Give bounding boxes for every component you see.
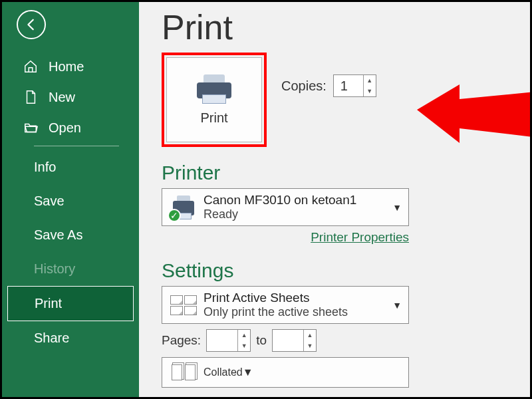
sidebar-item-share[interactable]: Share (2, 321, 139, 355)
print-what-line2: Only print the active sheets (203, 305, 388, 319)
sidebar-item-info[interactable]: Info (2, 150, 139, 184)
spinner-down-icon[interactable]: ▼ (364, 86, 376, 96)
backstage-sidebar: Home New Open Info Save Save As History … (2, 2, 139, 397)
check-icon: ✓ (168, 209, 181, 222)
copies-value[interactable]: 1 (334, 78, 363, 94)
sidebar-item-print[interactable]: Print (7, 286, 134, 321)
file-icon (22, 90, 39, 104)
sidebar-item-label: Save As (34, 227, 82, 242)
svg-marker-0 (417, 84, 532, 143)
printer-heading: Printer (162, 162, 514, 184)
spinner-down-icon[interactable]: ▼ (304, 340, 316, 351)
pages-from-spinner[interactable]: ▲▼ (206, 329, 251, 352)
sidebar-item-label: Open (49, 120, 81, 135)
print-button[interactable]: Print (166, 57, 262, 142)
sidebar-item-save[interactable]: Save (2, 184, 139, 218)
chevron-down-icon: ▼ (243, 366, 253, 378)
sidebar-item-label: Home (49, 59, 84, 74)
print-button-highlight: Print (162, 53, 267, 147)
sidebar-item-home[interactable]: Home (2, 51, 139, 82)
sheets-icon (169, 292, 198, 319)
printer-dropdown[interactable]: ✓ Canon MF3010 on ketoan1 Ready ▼ (162, 188, 409, 226)
sidebar-item-saveas[interactable]: Save As (2, 218, 139, 252)
sidebar-item-label: New (49, 90, 75, 104)
pages-to-spinner[interactable]: ▲▼ (272, 329, 317, 352)
copies-spinner[interactable]: 1 ▲ ▼ (333, 74, 376, 97)
spinner-up-icon[interactable]: ▲ (238, 330, 250, 340)
chevron-down-icon: ▼ (392, 202, 402, 213)
arrow-left-icon (24, 17, 39, 32)
home-icon (22, 59, 39, 74)
collated-icon (169, 359, 198, 386)
settings-heading: Settings (162, 259, 514, 282)
printer-status: Ready (203, 207, 388, 221)
printer-name: Canon MF3010 on ketoan1 (203, 193, 388, 207)
sidebar-item-new[interactable]: New (2, 82, 139, 112)
collation-dropdown[interactable]: Collated ▼ (162, 357, 409, 388)
print-button-label: Print (200, 110, 227, 126)
print-what-line1: Print Active Sheets (203, 291, 388, 305)
sidebar-item-label: Print (35, 296, 62, 311)
back-button[interactable] (17, 10, 46, 39)
sidebar-item-history: History (2, 252, 139, 286)
copies-label: Copies: (281, 78, 327, 94)
printer-properties-link[interactable]: Printer Properties (162, 230, 409, 245)
sidebar-item-label: Info (34, 160, 56, 174)
sidebar-item-label: Share (34, 331, 69, 345)
pages-to-label: to (256, 333, 267, 348)
sidebar-item-open[interactable]: Open (2, 112, 139, 143)
spinner-down-icon[interactable]: ▼ (238, 340, 250, 351)
folder-open-icon (22, 120, 39, 135)
sidebar-item-label: Save (34, 194, 65, 208)
chevron-down-icon: ▼ (392, 300, 402, 311)
spinner-up-icon[interactable]: ▲ (364, 75, 376, 86)
printer-status-icon: ✓ (169, 194, 198, 221)
print-panel: Print Print Copies: 1 ▲ ▼ (139, 2, 530, 397)
pages-label: Pages: (162, 333, 201, 348)
print-what-dropdown[interactable]: Print Active Sheets Only print the activ… (162, 286, 409, 324)
sidebar-divider (34, 146, 119, 146)
printer-icon (196, 74, 233, 104)
collated-line1: Collated (203, 366, 243, 378)
sidebar-item-label: History (34, 261, 75, 276)
spinner-up-icon[interactable]: ▲ (304, 330, 316, 340)
annotation-arrow-icon (417, 76, 532, 156)
page-title: Print (162, 7, 514, 47)
